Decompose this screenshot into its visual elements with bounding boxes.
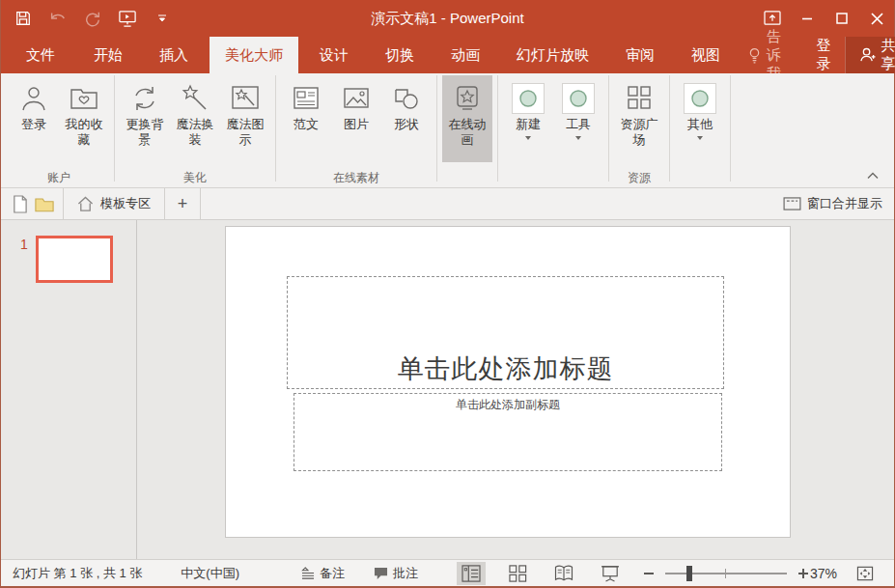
tab-animations[interactable]: 动画: [435, 37, 495, 73]
tab-home[interactable]: 开始: [78, 37, 138, 73]
zoom-in-button[interactable]: [797, 569, 810, 578]
new-page-icon: [12, 195, 28, 213]
button-label: 魔法换装: [171, 117, 219, 148]
change-background-button[interactable]: 更换背景: [120, 75, 170, 162]
group-label-account: 账户: [9, 170, 109, 187]
comments-toggle[interactable]: 批注: [374, 565, 418, 582]
subtitle-placeholder[interactable]: 单击此处添加副标题: [294, 393, 722, 471]
zoom-out-button[interactable]: [642, 572, 656, 575]
new-button[interactable]: 新建: [503, 75, 553, 162]
normal-view-button[interactable]: [457, 562, 486, 585]
tab-transitions[interactable]: 切换: [370, 37, 430, 73]
home-icon: [77, 196, 94, 211]
redo-button[interactable]: [82, 8, 103, 29]
zoom-slider-thumb[interactable]: [686, 566, 692, 581]
title-placeholder[interactable]: 单击此处添加标题: [287, 276, 724, 389]
undo-button[interactable]: [47, 8, 69, 29]
sign-in-button[interactable]: 登录: [803, 37, 845, 73]
slide-thumbnail[interactable]: [36, 236, 113, 283]
start-slideshow-button[interactable]: [117, 8, 138, 29]
docbar-separator: [200, 188, 201, 220]
sample-docs-button[interactable]: 范文: [281, 75, 331, 162]
online-animation-button[interactable]: 在线动画: [442, 75, 492, 162]
notes-toggle[interactable]: 备注: [301, 565, 345, 582]
star-box-icon: [452, 80, 483, 117]
grid-squares-icon: [624, 80, 655, 117]
normal-view-icon: [461, 565, 481, 582]
group-label-online-materials: 在线素材: [281, 170, 432, 187]
magic-diagram-button[interactable]: 魔法图示: [220, 75, 270, 162]
zoom-percentage[interactable]: 37%: [810, 566, 837, 581]
slide-sorter-view-button[interactable]: [503, 562, 532, 585]
other-button[interactable]: 其他: [675, 75, 725, 162]
tools-button[interactable]: 工具: [553, 75, 603, 162]
button-label: 范文: [282, 117, 330, 132]
share-person-icon: [859, 47, 876, 63]
group-label-empty: [675, 170, 725, 187]
slide-thumbnail-panel[interactable]: 1: [1, 220, 137, 559]
comment-icon: [374, 567, 388, 580]
folder-heart-icon: [68, 80, 100, 117]
template-zone-tab[interactable]: 模板专区: [64, 188, 164, 220]
button-label: 新建: [504, 117, 552, 132]
subtitle-placeholder-text: 单击此处添加副标题: [456, 394, 560, 413]
minimize-button[interactable]: [790, 0, 825, 37]
ribbon-separator: [608, 75, 609, 182]
new-document-button[interactable]: [7, 191, 32, 216]
pictures-button[interactable]: 图片: [331, 75, 381, 162]
group-label-empty: [503, 170, 603, 187]
document-tab-bar: 模板专区 + 窗口合并显示: [1, 188, 894, 220]
button-label: 其他: [676, 117, 724, 132]
ribbon-separator: [730, 75, 731, 182]
save-icon: [14, 10, 32, 27]
login-button[interactable]: 登录: [9, 75, 59, 162]
merge-windows-toggle[interactable]: 窗口合并显示: [783, 195, 894, 212]
tab-insert[interactable]: 插入: [144, 37, 204, 73]
tab-view[interactable]: 视图: [676, 37, 736, 73]
close-button[interactable]: [859, 0, 894, 37]
open-folder-button[interactable]: [32, 191, 57, 216]
tell-me-box[interactable]: 告诉我...: [739, 37, 803, 73]
slideshow-view-button[interactable]: [596, 562, 625, 585]
collapse-ribbon-button[interactable]: [865, 170, 881, 182]
reading-view-button[interactable]: [549, 562, 578, 585]
view-switcher: [457, 562, 625, 585]
chevron-down-icon: [157, 14, 167, 23]
button-label: 工具: [554, 117, 602, 132]
tab-slideshow[interactable]: 幻灯片放映: [501, 37, 604, 73]
add-document-tab-button[interactable]: +: [165, 188, 200, 220]
ribbon-group-new-tools: 新建 工具: [499, 73, 607, 187]
merge-windows-icon: [783, 197, 801, 210]
shapes-button[interactable]: 形状: [381, 75, 432, 162]
share-button[interactable]: 共享: [845, 37, 895, 73]
slide-canvas[interactable]: 单击此处添加标题 单击此处添加副标题: [225, 226, 791, 538]
button-label: 图片: [332, 117, 380, 132]
tab-beautify-master[interactable]: 美化大师: [210, 37, 298, 73]
ribbon-separator: [275, 75, 276, 182]
template-zone-label: 模板专区: [100, 195, 151, 212]
picture-icon: [341, 80, 372, 117]
tab-review[interactable]: 审阅: [610, 37, 670, 73]
magic-dressup-button[interactable]: 魔法换装: [170, 75, 220, 162]
maximize-button[interactable]: [825, 0, 859, 37]
slide-number: 1: [20, 237, 28, 252]
notes-icon: [301, 567, 315, 579]
language-indicator[interactable]: 中文(中国): [181, 565, 239, 582]
minimize-icon: [801, 13, 813, 24]
zoom-slider[interactable]: [665, 573, 787, 574]
resource-plaza-button[interactable]: 资源广场: [614, 75, 664, 162]
zoom-control: [642, 569, 810, 578]
zoom-slider-tick: [725, 569, 726, 578]
ribbon-separator: [114, 75, 115, 182]
tab-file[interactable]: 文件: [9, 37, 72, 73]
refresh-icon: [129, 80, 160, 117]
folder-icon: [35, 196, 54, 212]
button-label: 登录: [10, 117, 58, 132]
save-button[interactable]: [13, 8, 34, 29]
customize-qat-button[interactable]: [152, 8, 173, 29]
shapes-icon: [391, 80, 422, 117]
my-favorites-button[interactable]: 我的收藏: [59, 75, 109, 162]
fit-slide-to-window-button[interactable]: [853, 562, 878, 585]
button-label: 魔法图示: [221, 117, 269, 148]
tab-design[interactable]: 设计: [304, 37, 364, 73]
